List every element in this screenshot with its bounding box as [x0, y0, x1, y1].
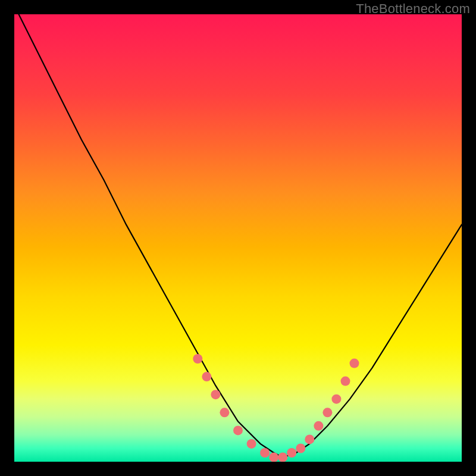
curve-layer: [14, 14, 462, 458]
highlight-dot: [350, 359, 359, 368]
watermark-text: TheBottleneck.com: [356, 1, 470, 17]
highlight-dot: [233, 425, 243, 435]
highlight-dot: [331, 394, 341, 404]
highlight-dot: [220, 408, 229, 417]
highlight-dot: [322, 408, 332, 417]
chart-svg: [14, 14, 462, 462]
dots-layer: [193, 354, 359, 462]
highlight-dot: [247, 439, 256, 449]
highlight-dot: [211, 390, 220, 399]
highlight-dot: [202, 372, 211, 381]
plot-area: [14, 14, 462, 462]
highlight-dot: [341, 377, 350, 386]
chart-frame: TheBottleneck.com: [0, 0, 476, 476]
highlight-dot: [287, 448, 296, 458]
highlight-dot: [305, 434, 314, 444]
highlight-dot: [278, 453, 287, 462]
highlight-dot: [260, 448, 270, 458]
bottleneck-curve: [14, 14, 462, 458]
highlight-dot: [296, 443, 305, 453]
highlight-dot: [314, 421, 323, 431]
highlight-dot: [269, 453, 278, 462]
highlight-dot: [193, 354, 202, 364]
